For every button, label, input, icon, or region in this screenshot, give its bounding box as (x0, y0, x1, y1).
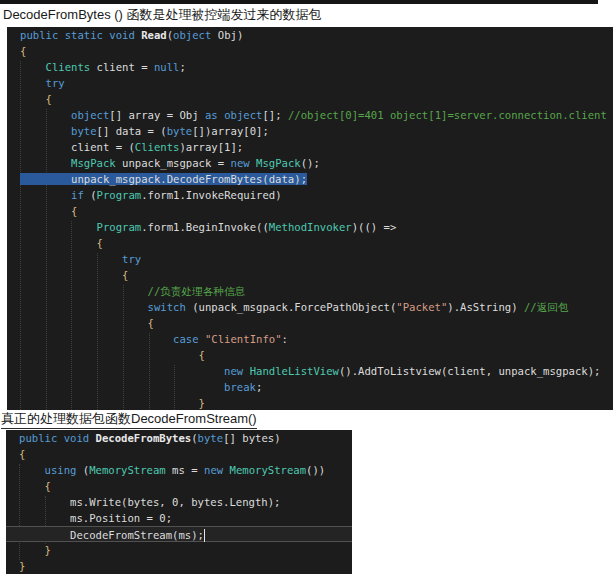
code-line: object[] array = Obj as object[]; //obje… (7, 107, 613, 123)
code-line: { (7, 267, 613, 283)
code-line: { (7, 203, 613, 219)
code-block-read-function[interactable]: public static void Read(object Obj){ Cli… (7, 27, 613, 410)
code-line: unpack_msgpack.DecodeFromBytes(data); (7, 171, 613, 187)
caption-decode-from-stream: 真正的处理数据包函数DecodeFromStream() (1, 410, 257, 429)
code-line: if (Program.form1.InvokeRequired) (7, 187, 613, 203)
code-line: { (6, 446, 352, 462)
text-cursor (204, 529, 205, 542)
caption-text: 真正的处理数据包函数DecodeFromStream() (1, 410, 257, 429)
code-line: byte[] data = (byte[])array[0]; (7, 123, 613, 139)
code-line: MsgPack unpack_msgpack = new MsgPack(); (7, 155, 613, 171)
code-line: DecodeFromStream(ms); (6, 526, 352, 542)
code-line: { (7, 347, 613, 363)
code-line: ms.Position = 0; (6, 510, 352, 526)
code-line: } (6, 558, 352, 574)
caption-text: DecodeFromBytes () 函数是处理被控端发过来的数据包 (3, 7, 322, 22)
code-line: case "ClientInfo": (7, 331, 613, 347)
code-line: public static void Read(object Obj) (7, 27, 613, 43)
code-line: Program.form1.BeginInvoke((MethodInvoker… (7, 219, 613, 235)
code-line: //负责处理各种信息 (7, 283, 613, 299)
selected-text: unpack_msgpack.DecodeFromBytes(data); (20, 173, 307, 185)
code-block-decodefrombytes-function[interactable]: public void DecodeFromBytes(byte[] bytes… (6, 430, 352, 574)
code-line: { (6, 478, 352, 494)
code-line: { (7, 91, 613, 107)
code-line: using (MemoryStream ms = new MemoryStrea… (6, 462, 352, 478)
cropped-code-strip (0, 0, 598, 4)
code-line: } (6, 542, 352, 558)
code-line: { (7, 235, 613, 251)
code-line: switch (unpack_msgpack.ForcePathObject("… (7, 299, 613, 315)
code-line: try (7, 251, 613, 267)
code-line: Clients client = null; (7, 59, 613, 75)
code-line: { (7, 43, 613, 59)
caption-decode-from-bytes: DecodeFromBytes () 函数是处理被控端发过来的数据包 (3, 6, 322, 23)
code-line: public void DecodeFromBytes(byte[] bytes… (6, 430, 352, 446)
code-line: } (7, 395, 613, 410)
code-line: new HandleListView().AddToListview(clien… (7, 363, 613, 379)
page: { "captions": { "caption1": "DecodeFromB… (0, 0, 613, 581)
code-line: break; (7, 379, 613, 395)
code-line: ms.Write(bytes, 0, bytes.Length); (6, 494, 352, 510)
code-line: { (7, 315, 613, 331)
code-line: client = (Clients)array[1]; (7, 139, 613, 155)
code-line: try (7, 75, 613, 91)
